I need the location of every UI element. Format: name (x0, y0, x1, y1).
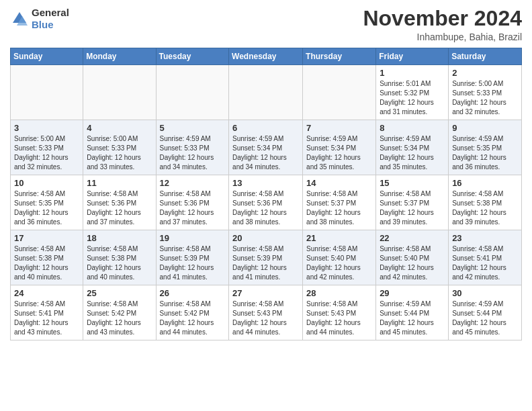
day-number: 28 (306, 288, 372, 298)
day-number: 10 (14, 178, 79, 188)
calendar-cell-r3-c6: 15Sunrise: 4:58 AMSunset: 5:37 PMDayligh… (376, 175, 449, 230)
day-number: 26 (160, 288, 226, 298)
day-number: 14 (306, 178, 372, 188)
day-number: 18 (87, 233, 152, 243)
day-info: Sunrise: 4:59 AMSunset: 5:34 PMDaylight:… (380, 134, 445, 172)
calendar-cell-r1-c1 (11, 65, 83, 120)
day-info: Sunrise: 4:58 AMSunset: 5:38 PMDaylight:… (14, 244, 79, 282)
day-number: 2 (452, 68, 518, 78)
day-info: Sunrise: 4:59 AMSunset: 5:44 PMDaylight:… (380, 300, 445, 337)
calendar-cell-r2-c3: 5Sunrise: 4:59 AMSunset: 5:33 PMDaylight… (156, 120, 229, 175)
day-number: 5 (160, 123, 226, 133)
day-info: Sunrise: 4:58 AMSunset: 5:42 PMDaylight:… (87, 300, 152, 337)
day-number: 19 (160, 233, 226, 243)
calendar-cell-r1-c3 (156, 65, 229, 120)
calendar-cell-r4-c6: 22Sunrise: 4:58 AMSunset: 5:40 PMDayligh… (376, 230, 449, 285)
header-saturday: Saturday (449, 48, 522, 65)
header-sunday: Sunday (11, 48, 83, 65)
day-info: Sunrise: 4:59 AMSunset: 5:34 PMDaylight:… (306, 134, 372, 172)
day-number: 22 (380, 233, 445, 243)
day-number: 20 (232, 233, 299, 243)
day-info: Sunrise: 4:58 AMSunset: 5:36 PMDaylight:… (87, 189, 152, 227)
day-number: 15 (380, 178, 445, 188)
calendar-cell-r2-c5: 7Sunrise: 4:59 AMSunset: 5:34 PMDaylight… (303, 120, 376, 175)
day-info: Sunrise: 4:58 AMSunset: 5:43 PMDaylight:… (232, 300, 299, 337)
calendar-cell-r1-c7: 2Sunrise: 5:00 AMSunset: 5:33 PMDaylight… (449, 65, 522, 120)
calendar-cell-r5-c2: 25Sunrise: 4:58 AMSunset: 5:42 PMDayligh… (83, 285, 156, 340)
calendar: Sunday Monday Tuesday Wednesday Thursday… (10, 48, 522, 340)
header: General Blue November 2024 Inhambupe, Ba… (10, 7, 522, 42)
calendar-cell-r4-c1: 17Sunrise: 4:58 AMSunset: 5:38 PMDayligh… (11, 230, 83, 285)
calendar-cell-r4-c4: 20Sunrise: 4:58 AMSunset: 5:39 PMDayligh… (229, 230, 303, 285)
day-info: Sunrise: 4:58 AMSunset: 5:36 PMDaylight:… (160, 189, 226, 227)
calendar-cell-r5-c1: 24Sunrise: 4:58 AMSunset: 5:41 PMDayligh… (11, 285, 83, 340)
day-info: Sunrise: 5:01 AMSunset: 5:32 PMDaylight:… (380, 79, 445, 117)
calendar-cell-r3-c7: 16Sunrise: 4:58 AMSunset: 5:38 PMDayligh… (449, 175, 522, 230)
calendar-cell-r3-c5: 14Sunrise: 4:58 AMSunset: 5:37 PMDayligh… (303, 175, 376, 230)
day-number: 8 (380, 123, 445, 133)
calendar-cell-r4-c3: 19Sunrise: 4:58 AMSunset: 5:39 PMDayligh… (156, 230, 229, 285)
logo: General Blue (10, 7, 69, 31)
day-number: 12 (160, 178, 226, 188)
day-number: 9 (452, 123, 518, 133)
day-info: Sunrise: 4:58 AMSunset: 5:38 PMDaylight:… (87, 244, 152, 282)
header-friday: Friday (376, 48, 449, 65)
day-info: Sunrise: 4:58 AMSunset: 5:41 PMDaylight:… (452, 244, 518, 282)
calendar-row-4: 17Sunrise: 4:58 AMSunset: 5:38 PMDayligh… (11, 230, 522, 285)
day-number: 6 (232, 123, 299, 133)
day-number: 4 (87, 123, 152, 133)
calendar-cell-r3-c2: 11Sunrise: 4:58 AMSunset: 5:36 PMDayligh… (83, 175, 156, 230)
header-monday: Monday (83, 48, 156, 65)
calendar-row-2: 3Sunrise: 5:00 AMSunset: 5:33 PMDaylight… (11, 120, 522, 175)
day-number: 16 (452, 178, 518, 188)
calendar-cell-r5-c3: 26Sunrise: 4:58 AMSunset: 5:42 PMDayligh… (156, 285, 229, 340)
calendar-cell-r5-c5: 28Sunrise: 4:58 AMSunset: 5:43 PMDayligh… (303, 285, 376, 340)
day-info: Sunrise: 4:58 AMSunset: 5:43 PMDaylight:… (306, 300, 372, 337)
day-info: Sunrise: 4:58 AMSunset: 5:35 PMDaylight:… (14, 189, 79, 227)
page: General Blue November 2024 Inhambupe, Ba… (0, 0, 532, 411)
calendar-cell-r1-c5 (303, 65, 376, 120)
day-number: 30 (452, 288, 518, 298)
calendar-cell-r2-c1: 3Sunrise: 5:00 AMSunset: 5:33 PMDaylight… (11, 120, 83, 175)
day-number: 25 (87, 288, 152, 298)
day-info: Sunrise: 4:58 AMSunset: 5:42 PMDaylight:… (160, 300, 226, 337)
day-info: Sunrise: 4:59 AMSunset: 5:44 PMDaylight:… (452, 300, 518, 337)
day-info: Sunrise: 4:58 AMSunset: 5:38 PMDaylight:… (452, 189, 518, 227)
weekday-header-row: Sunday Monday Tuesday Wednesday Thursday… (11, 48, 522, 65)
day-info: Sunrise: 4:59 AMSunset: 5:33 PMDaylight:… (160, 134, 226, 172)
day-info: Sunrise: 4:58 AMSunset: 5:39 PMDaylight:… (160, 244, 226, 282)
day-info: Sunrise: 5:00 AMSunset: 5:33 PMDaylight:… (452, 79, 518, 117)
calendar-cell-r4-c2: 18Sunrise: 4:58 AMSunset: 5:38 PMDayligh… (83, 230, 156, 285)
calendar-cell-r2-c2: 4Sunrise: 5:00 AMSunset: 5:33 PMDaylight… (83, 120, 156, 175)
logo-icon (10, 9, 29, 28)
day-number: 11 (87, 178, 152, 188)
calendar-cell-r1-c4 (229, 65, 303, 120)
calendar-cell-r1-c2 (83, 65, 156, 120)
month-title: November 2024 (363, 7, 522, 30)
calendar-cell-r5-c6: 29Sunrise: 4:59 AMSunset: 5:44 PMDayligh… (376, 285, 449, 340)
calendar-cell-r2-c6: 8Sunrise: 4:59 AMSunset: 5:34 PMDaylight… (376, 120, 449, 175)
day-info: Sunrise: 4:59 AMSunset: 5:35 PMDaylight:… (452, 134, 518, 172)
day-info: Sunrise: 4:58 AMSunset: 5:40 PMDaylight:… (380, 244, 445, 282)
header-thursday: Thursday (303, 48, 376, 65)
day-number: 7 (306, 123, 372, 133)
calendar-cell-r3-c4: 13Sunrise: 4:58 AMSunset: 5:36 PMDayligh… (229, 175, 303, 230)
calendar-row-3: 10Sunrise: 4:58 AMSunset: 5:35 PMDayligh… (11, 175, 522, 230)
day-info: Sunrise: 4:58 AMSunset: 5:37 PMDaylight:… (306, 189, 372, 227)
calendar-cell-r3-c3: 12Sunrise: 4:58 AMSunset: 5:36 PMDayligh… (156, 175, 229, 230)
day-info: Sunrise: 5:00 AMSunset: 5:33 PMDaylight:… (14, 134, 79, 172)
day-number: 13 (232, 178, 299, 188)
day-number: 21 (306, 233, 372, 243)
calendar-cell-r5-c4: 27Sunrise: 4:58 AMSunset: 5:43 PMDayligh… (229, 285, 303, 340)
day-info: Sunrise: 4:59 AMSunset: 5:34 PMDaylight:… (232, 134, 299, 172)
day-number: 24 (14, 288, 79, 298)
day-info: Sunrise: 4:58 AMSunset: 5:40 PMDaylight:… (306, 244, 372, 282)
calendar-row-1: 1Sunrise: 5:01 AMSunset: 5:32 PMDaylight… (11, 65, 522, 120)
day-number: 17 (14, 233, 79, 243)
calendar-cell-r1-c6: 1Sunrise: 5:01 AMSunset: 5:32 PMDaylight… (376, 65, 449, 120)
calendar-cell-r4-c5: 21Sunrise: 4:58 AMSunset: 5:40 PMDayligh… (303, 230, 376, 285)
day-number: 1 (380, 68, 445, 78)
day-number: 29 (380, 288, 445, 298)
day-info: Sunrise: 4:58 AMSunset: 5:37 PMDaylight:… (380, 189, 445, 227)
day-info: Sunrise: 4:58 AMSunset: 5:41 PMDaylight:… (14, 300, 79, 337)
